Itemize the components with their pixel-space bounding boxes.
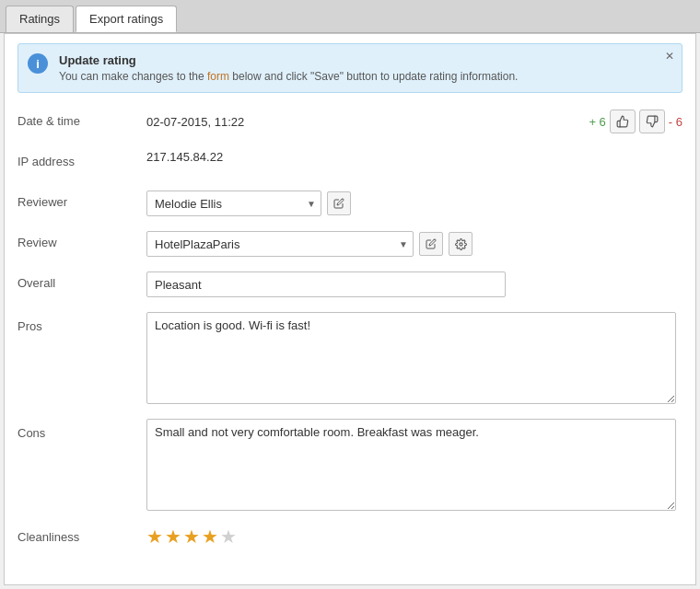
reviewer-select[interactable]: Melodie Ellis bbox=[146, 191, 321, 216]
date-value: 02-07-2015, 11:22 bbox=[146, 115, 583, 129]
content-area: i Update rating You can make changes to … bbox=[4, 33, 696, 585]
tab-ratings[interactable]: Ratings bbox=[6, 6, 74, 32]
thumbs-up-button[interactable] bbox=[610, 110, 636, 133]
review-value-area: HotelPlazaParis ▼ bbox=[146, 231, 682, 257]
reviewer-label: Reviewer bbox=[18, 191, 146, 209]
banner-form-link[interactable]: form bbox=[207, 70, 229, 83]
review-settings-button[interactable] bbox=[449, 232, 472, 256]
vote-minus-count: - 6 bbox=[669, 115, 682, 129]
overall-row: Overall bbox=[18, 271, 682, 297]
cleanliness-stars: ★ ★ ★ ★ ★ bbox=[146, 525, 237, 548]
tab-bar: Ratings Export ratings bbox=[0, 0, 700, 33]
pros-value-area: Location is good. Wi-fi is fast! bbox=[146, 312, 682, 404]
tab-export-ratings[interactable]: Export ratings bbox=[76, 6, 177, 32]
reviewer-edit-button[interactable] bbox=[327, 191, 351, 215]
thumbs-down-button[interactable] bbox=[639, 110, 665, 133]
review-select-wrap: HotelPlazaParis ▼ bbox=[146, 231, 414, 257]
star-1: ★ bbox=[146, 525, 163, 548]
overall-input[interactable] bbox=[146, 271, 506, 297]
banner-title: Update rating bbox=[59, 53, 654, 67]
review-label: Review bbox=[18, 231, 146, 249]
star-2: ★ bbox=[165, 525, 181, 548]
overall-label: Overall bbox=[18, 271, 146, 290]
svg-point-0 bbox=[459, 242, 461, 245]
cleanliness-value-area: ★ ★ ★ ★ ★ bbox=[146, 525, 682, 548]
date-row: Date & time 02-07-2015, 11:22 + 6 bbox=[18, 110, 682, 135]
pros-textarea[interactable]: Location is good. Wi-fi is fast! bbox=[146, 312, 676, 404]
vote-plus-count: + 6 bbox=[589, 115, 605, 129]
review-edit-button[interactable] bbox=[419, 232, 443, 256]
date-label: Date & time bbox=[18, 110, 146, 128]
ip-label: IP address bbox=[18, 150, 146, 168]
cleanliness-label: Cleanliness bbox=[18, 525, 146, 544]
star-4: ★ bbox=[202, 525, 218, 548]
info-banner: i Update rating You can make changes to … bbox=[18, 43, 682, 93]
close-banner-button[interactable]: ✕ bbox=[665, 50, 674, 63]
reviewer-value-area: Melodie Ellis ▼ bbox=[146, 191, 682, 216]
review-select[interactable]: HotelPlazaParis bbox=[146, 231, 414, 257]
reviewer-select-wrap: Melodie Ellis ▼ bbox=[146, 191, 321, 216]
reviewer-row: Reviewer Melodie Ellis ▼ bbox=[18, 191, 682, 216]
date-value-area: 02-07-2015, 11:22 + 6 - 6 bbox=[146, 110, 682, 133]
vote-area: + 6 - 6 bbox=[589, 110, 682, 133]
cons-value-area: Small and not very comfortable room. Bre… bbox=[146, 419, 682, 511]
review-row: Review HotelPlazaParis ▼ bbox=[18, 231, 682, 257]
cons-textarea[interactable]: Small and not very comfortable room. Bre… bbox=[146, 419, 676, 511]
pros-row: Pros Location is good. Wi-fi is fast! bbox=[18, 312, 682, 404]
banner-text-after: below and click "Save" button to update … bbox=[229, 70, 518, 83]
star-3: ★ bbox=[183, 525, 200, 548]
cleanliness-row: Cleanliness ★ ★ ★ ★ ★ bbox=[18, 525, 682, 551]
ip-value: 217.145.84.22 bbox=[146, 150, 223, 164]
overall-value-area bbox=[146, 271, 682, 297]
ip-value-area: 217.145.84.22 bbox=[146, 150, 682, 164]
info-icon: i bbox=[28, 53, 48, 74]
cons-label: Cons bbox=[18, 419, 146, 440]
star-5: ★ bbox=[220, 525, 237, 548]
pros-label: Pros bbox=[18, 312, 146, 333]
cons-row: Cons Small and not very comfortable room… bbox=[18, 419, 682, 511]
banner-text-before: You can make changes to the bbox=[59, 70, 207, 83]
banner-text: You can make changes to the form below a… bbox=[59, 70, 654, 83]
ip-row: IP address 217.145.84.22 bbox=[18, 150, 682, 176]
